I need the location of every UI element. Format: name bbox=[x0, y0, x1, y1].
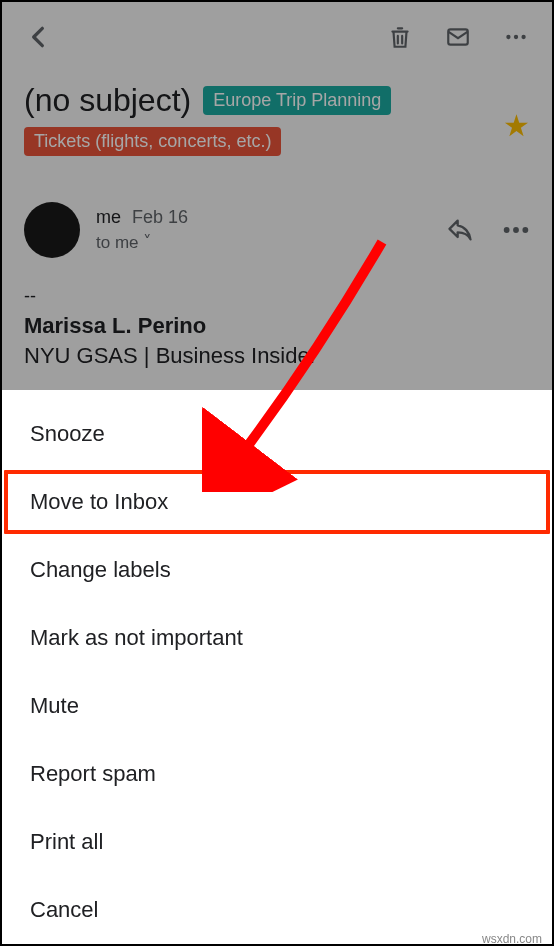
sheet-item-report-spam[interactable]: Report spam bbox=[2, 740, 552, 808]
source-watermark: wsxdn.com bbox=[482, 932, 542, 946]
sheet-item-change-labels[interactable]: Change labels bbox=[2, 536, 552, 604]
sheet-item-cancel[interactable]: Cancel bbox=[2, 876, 552, 944]
sheet-item-mark-not-important[interactable]: Mark as not important bbox=[2, 604, 552, 672]
sheet-item-mute[interactable]: Mute bbox=[2, 672, 552, 740]
sheet-item-move-to-inbox[interactable]: Move to Inbox bbox=[2, 468, 552, 536]
sheet-item-print-all[interactable]: Print all bbox=[2, 808, 552, 876]
sheet-item-snooze[interactable]: Snooze bbox=[2, 400, 552, 468]
action-sheet: Snooze Move to Inbox Change labels Mark … bbox=[2, 390, 552, 944]
